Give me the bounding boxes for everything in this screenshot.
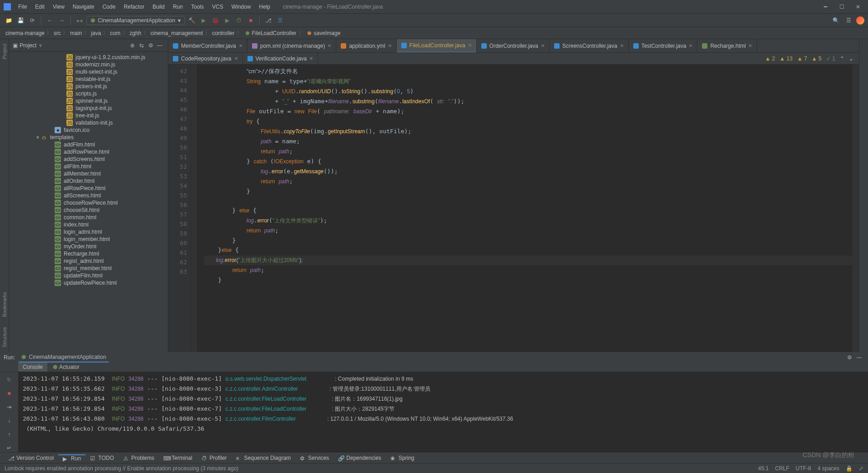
breadcrumb-part[interactable]: cinema-manage bbox=[5, 30, 45, 36]
close-tab-icon[interactable]: ✕ bbox=[468, 43, 472, 48]
tree-node[interactable]: <>chooseRowPiece.html bbox=[9, 199, 168, 206]
tree-node[interactable]: <>updateFilm.html bbox=[9, 272, 168, 279]
breadcrumb-part[interactable]: java bbox=[91, 30, 101, 36]
tree-node[interactable]: JStree-init.js bbox=[9, 112, 168, 119]
bottom-terminal[interactable]: ⌨Terminal bbox=[159, 455, 197, 461]
menu-refactor[interactable]: Refactor bbox=[120, 2, 148, 12]
close-tab-icon[interactable]: ✕ bbox=[620, 43, 624, 48]
run-app-tab[interactable]: ⬢ CinemaManagementApplication bbox=[19, 352, 109, 362]
editor-tab[interactable]: ScreensController.java✕ bbox=[550, 39, 629, 53]
soft-wrap-icon[interactable]: ↵ bbox=[4, 443, 14, 453]
run-tab-console[interactable]: Console bbox=[18, 362, 47, 372]
bottom-dependencies[interactable]: 🔗Dependencies bbox=[333, 455, 386, 461]
tree-node[interactable]: JSpickers-init.js bbox=[9, 83, 168, 90]
close-tab-icon[interactable]: ✕ bbox=[309, 56, 313, 61]
status-item[interactable]: ⤢ bbox=[859, 465, 863, 472]
close-tab-icon[interactable]: ✕ bbox=[328, 43, 331, 48]
back-icon[interactable]: ← bbox=[45, 15, 55, 25]
breadcrumb-part[interactable]: zghh bbox=[130, 30, 141, 36]
close-tab-icon[interactable]: ✕ bbox=[541, 43, 545, 48]
menu-build[interactable]: Build bbox=[149, 2, 168, 12]
tree-node[interactable]: <>login_admi.html bbox=[9, 228, 168, 236]
close-icon[interactable]: ✕ bbox=[852, 2, 864, 11]
tree-node[interactable]: JStagsinput-init.js bbox=[9, 105, 168, 112]
tree-node[interactable]: JSnestable-init.js bbox=[9, 75, 168, 83]
editor-tab[interactable]: application.yml✕ bbox=[336, 39, 396, 53]
status-item[interactable]: 4 spaces bbox=[818, 465, 839, 472]
run-hide-icon[interactable]: — bbox=[854, 352, 864, 362]
build-icon[interactable]: ▸◂ bbox=[75, 15, 85, 25]
editor-tab[interactable]: Recharge.html✕ bbox=[697, 39, 757, 53]
run-config-selector[interactable]: ⬢ CinemaManagementApplication ▾ bbox=[86, 16, 185, 25]
status-item[interactable]: CRLF bbox=[775, 465, 789, 472]
editor-tab[interactable]: MemberController.java✕ bbox=[168, 39, 247, 53]
breadcrumb-part[interactable]: com bbox=[110, 30, 121, 36]
close-tab-icon[interactable]: ✕ bbox=[388, 43, 392, 48]
close-tab-icon[interactable]: ✕ bbox=[689, 43, 692, 48]
stop-icon[interactable]: ■ bbox=[246, 15, 256, 25]
tree-node[interactable]: <>login_member.html bbox=[9, 236, 168, 243]
tree-node[interactable]: ▾🗀templates bbox=[9, 134, 168, 141]
tree-node[interactable]: <>addFilm.html bbox=[9, 141, 168, 148]
close-tab-icon[interactable]: ✕ bbox=[748, 43, 752, 48]
tree-node[interactable]: JSmulti-select-init.js bbox=[9, 68, 168, 75]
breadcrumb-class[interactable]: FileLoadController bbox=[245, 30, 297, 36]
status-item[interactable]: UTF-8 bbox=[796, 465, 811, 472]
breadcrumb-part[interactable]: cinema_management bbox=[151, 30, 203, 36]
bottom-version-control[interactable]: ⎇Version Control bbox=[4, 455, 58, 461]
save-icon[interactable]: 💾 bbox=[15, 15, 25, 25]
run-gear-icon[interactable]: ⚙ bbox=[844, 352, 854, 362]
tree-node[interactable]: <>regist_member.html bbox=[9, 265, 168, 272]
rerun-icon[interactable]: ↻ bbox=[4, 375, 14, 385]
menu-tools[interactable]: Tools bbox=[187, 2, 207, 12]
tree-node[interactable]: <>updateRowPiece.html bbox=[9, 279, 168, 287]
tree-node[interactable]: <>allMember.html bbox=[9, 170, 168, 177]
gear-icon[interactable]: ⚙ bbox=[146, 41, 155, 50]
tree-node[interactable]: JSmodernizr.min.js bbox=[9, 61, 168, 68]
code-area[interactable]: "cm">//保存文件名 String name = type+"/星曦向荣影视… bbox=[197, 65, 853, 352]
tree-node[interactable]: <>allRowPiece.html bbox=[9, 185, 168, 192]
bookmarks-tool-button[interactable]: Bookmarks bbox=[2, 292, 7, 317]
open-icon[interactable]: 📁 bbox=[4, 15, 14, 25]
structure-tool-button[interactable]: Structure bbox=[2, 327, 7, 347]
menu-navigate[interactable]: Navigate bbox=[69, 2, 98, 12]
breadcrumb-part[interactable]: main bbox=[70, 30, 82, 36]
status-item[interactable]: 45:1 bbox=[758, 465, 768, 472]
stop-icon[interactable]: ■ bbox=[4, 388, 14, 398]
bottom-sequence-diagram[interactable]: ≡Sequence Diagram bbox=[232, 455, 296, 461]
close-tab-icon[interactable]: ✕ bbox=[239, 43, 242, 48]
menu-edit[interactable]: Edit bbox=[31, 2, 48, 12]
bottom-todo[interactable]: ☑TODO bbox=[86, 455, 118, 461]
bottom-profiler[interactable]: ⏱Profiler bbox=[197, 455, 232, 461]
bottom-spring[interactable]: ❀Spring bbox=[386, 455, 419, 461]
more-icon[interactable]: 文 bbox=[275, 15, 285, 25]
project-tree[interactable]: JSjquery-ui-1.9.2.custom.min.jsJSmoderni… bbox=[9, 52, 168, 352]
menu-run[interactable]: Run bbox=[169, 2, 187, 12]
tree-node[interactable]: <>myOrder.html bbox=[9, 243, 168, 250]
forward-icon[interactable]: → bbox=[57, 15, 67, 25]
tree-node[interactable]: <>allFilm.html bbox=[9, 163, 168, 170]
pause-icon[interactable]: ⇥ bbox=[4, 402, 14, 412]
bottom-problems[interactable]: ⚠Problems bbox=[119, 455, 159, 461]
breadcrumb-method[interactable]: saveImage bbox=[307, 30, 341, 36]
inspection-indicators[interactable]: ▲ 2 ▲ 13 ▲ 7 ▲ 5 ✓ 1 ⌃⌄ bbox=[760, 55, 859, 62]
tree-node[interactable]: <>addRowPiece.html bbox=[9, 148, 168, 156]
menu-vcs[interactable]: VCS bbox=[208, 2, 227, 12]
debug-icon[interactable]: 🐞 bbox=[210, 15, 220, 25]
run-tab-actuator[interactable]: ⬢Actuator bbox=[48, 362, 84, 372]
menu-code[interactable]: Code bbox=[99, 2, 119, 12]
status-item[interactable]: 🔒 bbox=[846, 465, 853, 472]
editor-tab[interactable]: VerificationCode.java✕ bbox=[243, 52, 318, 65]
editor-tab[interactable]: FileLoadController.java✕ bbox=[397, 39, 477, 53]
project-tool-button[interactable]: Project bbox=[2, 44, 7, 59]
settings-icon[interactable]: ☰ bbox=[843, 15, 853, 25]
tree-node[interactable]: JSspinner-init.js bbox=[9, 97, 168, 105]
avatar-icon[interactable] bbox=[856, 16, 864, 25]
tree-node[interactable]: <>common.html bbox=[9, 214, 168, 221]
menu-view[interactable]: View bbox=[49, 2, 68, 12]
breadcrumb-part[interactable]: controller bbox=[212, 30, 234, 36]
breadcrumb[interactable]: cinema-manage〉src〉main〉java〉com〉zghh〉cin… bbox=[0, 27, 868, 39]
tree-node[interactable]: <>addScreens.html bbox=[9, 156, 168, 163]
expand-icon[interactable]: ⇆ bbox=[137, 41, 146, 50]
down-icon[interactable]: ↓ bbox=[4, 416, 14, 426]
